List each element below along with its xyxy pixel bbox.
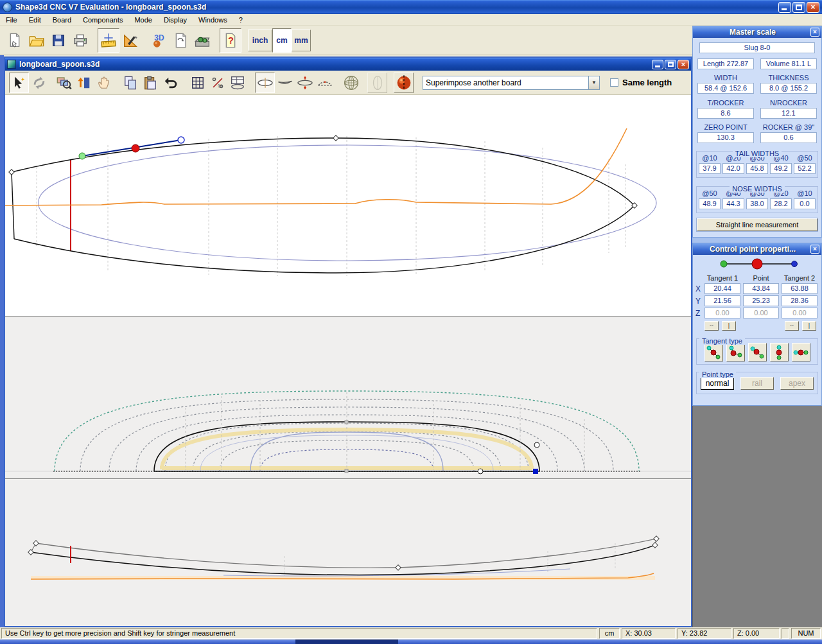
sections-view-canvas[interactable] <box>5 317 691 478</box>
tail-width-field[interactable]: 42.0 <box>722 163 744 174</box>
thickness-view-button[interactable] <box>295 73 315 93</box>
sections-view-panel <box>5 317 691 478</box>
straight-line-measurement-button[interactable]: Straight line measurement <box>697 218 818 231</box>
same-length-checkbox[interactable] <box>610 78 618 87</box>
zoom-tool-button[interactable] <box>54 73 74 93</box>
pan-tool-button[interactable] <box>94 73 114 93</box>
tangent1-flat-button[interactable]: -- <box>704 321 719 331</box>
control-point-close-button[interactable]: × <box>810 245 819 254</box>
paste-button[interactable] <box>140 73 160 93</box>
width-field[interactable]: 58.4 @ 152.6 <box>697 83 754 94</box>
close-button[interactable]: × <box>807 2 819 13</box>
menu-help[interactable]: ? <box>233 15 249 25</box>
control-point <box>333 135 338 141</box>
thickness-field[interactable]: 8.0 @ 155.2 <box>760 83 817 94</box>
tail-width-field[interactable]: 52.2 <box>794 163 816 174</box>
status-message: Use Ctrl key to get more precision and S… <box>1 628 597 639</box>
control-point <box>654 536 659 541</box>
menu-display[interactable]: Display <box>158 15 193 25</box>
rocker39-field[interactable]: 0.6 <box>760 132 817 143</box>
rotate-tool-button[interactable] <box>29 73 49 93</box>
tangent2-vertical-button[interactable]: | <box>802 321 816 331</box>
superimpose-select[interactable]: Superimpose another board ▼ <box>423 76 600 90</box>
profile-view-button[interactable] <box>275 73 295 93</box>
outline-view-button[interactable] <box>255 73 275 93</box>
measure-tool-button[interactable] <box>98 28 119 53</box>
new-file-button[interactable] <box>4 28 26 53</box>
nose-width-field[interactable]: 48.9 <box>699 198 721 209</box>
svg-text:%: % <box>218 83 223 89</box>
tangent2-x-field[interactable]: 63.88 <box>782 283 818 294</box>
volume-field[interactable]: Volume 81.1 L <box>760 58 817 69</box>
select-tool-button[interactable] <box>9 73 29 93</box>
control-point <box>28 550 33 555</box>
minimize-button[interactable] <box>778 2 791 13</box>
apex-view-button[interactable] <box>315 73 335 93</box>
slice-percent-button[interactable]: % <box>207 73 227 93</box>
menu-componants[interactable]: Componants <box>77 15 128 25</box>
tail-width-field[interactable]: 37.9 <box>699 163 721 174</box>
section-control-point <box>478 469 483 474</box>
nrocker-field[interactable]: 12.1 <box>760 108 817 119</box>
help-button[interactable]: ? <box>220 28 241 53</box>
unit-cm-button[interactable]: cm <box>272 28 292 53</box>
doc-close-button[interactable]: × <box>678 60 689 69</box>
menu-mode[interactable]: Mode <box>128 15 158 25</box>
tangent1-x-field[interactable]: 20.44 <box>704 283 740 294</box>
nose-width-field[interactable]: 38.0 <box>746 198 768 209</box>
print-button[interactable] <box>69 28 91 53</box>
nose-width-field[interactable]: 44.3 <box>722 198 744 209</box>
tail-widths-group: TAIL WIDTHS @10 @20 @30 @40 @50 37.9 42.… <box>696 151 818 178</box>
open-file-button[interactable] <box>26 28 48 53</box>
unit-inch-button[interactable]: inch <box>248 30 272 51</box>
zeropoint-field[interactable]: 130.3 <box>697 132 754 143</box>
tangent2-flat-button[interactable]: -- <box>785 321 799 331</box>
wireframe-view-button[interactable] <box>341 73 361 93</box>
tangent-diagram <box>693 255 821 272</box>
render-view-button[interactable] <box>394 73 414 93</box>
undo-button[interactable] <box>160 73 180 93</box>
tangent1-y-field[interactable]: 21.56 <box>704 295 740 306</box>
menu-file[interactable]: File <box>0 15 23 25</box>
rocker-view-canvas[interactable] <box>5 479 691 626</box>
tail-width-field[interactable]: 45.8 <box>746 163 768 174</box>
nose-widths-label: NOSE WIDTHS <box>730 185 785 193</box>
status-num-lock: NUM <box>791 628 821 639</box>
outline-view-canvas[interactable] <box>5 95 691 316</box>
cnc-export-button[interactable] <box>191 28 213 53</box>
nose-width-field[interactable]: 0.0 <box>794 198 816 209</box>
dropdown-arrow-icon[interactable]: ▼ <box>588 76 599 89</box>
unit-mm-button[interactable]: mm <box>292 30 311 51</box>
tangent1-vertical-button[interactable]: | <box>722 321 736 331</box>
app-icon <box>3 3 12 12</box>
tail-width-field[interactable]: 49.2 <box>770 163 792 174</box>
preview-button[interactable] <box>170 28 191 53</box>
board-name-field[interactable]: Slug 8-0 <box>699 42 815 53</box>
point-x-field[interactable]: 43.84 <box>743 283 779 294</box>
tangent1-col-label: Tangent 1 <box>704 274 740 282</box>
restore-button[interactable] <box>792 2 805 13</box>
grid-toggle-button[interactable] <box>188 73 207 93</box>
copy-button[interactable] <box>120 73 140 93</box>
status-blank <box>782 628 789 639</box>
length-field[interactable]: Length 272.87 <box>697 58 754 69</box>
nose-width-field[interactable]: 28.2 <box>770 198 792 209</box>
doc-maximize-button[interactable] <box>665 60 676 69</box>
menu-windows[interactable]: Windows <box>193 15 233 25</box>
board-3d-button[interactable] <box>367 73 387 93</box>
point-y-field[interactable]: 25.23 <box>743 295 779 306</box>
design-tool-button[interactable] <box>119 28 141 53</box>
flip-view-button[interactable] <box>74 73 94 93</box>
y-row-label: Y <box>695 297 702 306</box>
tangent2-y-field[interactable]: 28.36 <box>782 295 818 306</box>
save-button[interactable] <box>48 28 69 53</box>
tangent-type-label: Tangent type <box>699 337 745 345</box>
master-scale-close-button[interactable]: × <box>810 28 819 37</box>
tangent2-col-label: Tangent 2 <box>782 274 818 282</box>
3d-view-button[interactable]: 3D <box>148 28 170 53</box>
menu-board[interactable]: Board <box>47 15 77 25</box>
trocker-field[interactable]: 8.6 <box>697 108 754 119</box>
panel-layout-button[interactable] <box>227 73 247 93</box>
menu-edit[interactable]: Edit <box>23 15 47 25</box>
doc-minimize-button[interactable] <box>652 60 663 69</box>
